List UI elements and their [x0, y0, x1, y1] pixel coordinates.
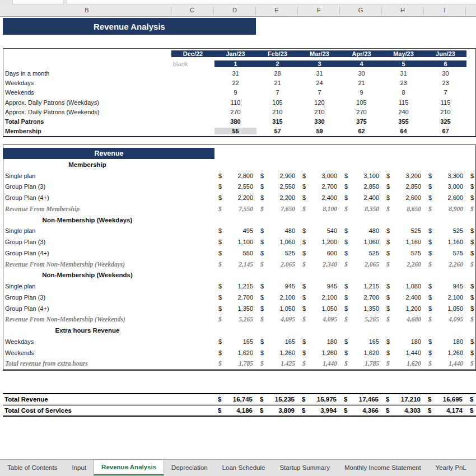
cell[interactable]: $2,550	[256, 183, 298, 190]
cell[interactable]: 110	[214, 99, 256, 106]
cell[interactable]: 380	[214, 118, 256, 125]
section-title[interactable]: Extra hours Revenue	[3, 327, 171, 334]
cell[interactable]: 9	[214, 89, 256, 96]
cell[interactable]: $1,440	[424, 360, 466, 367]
sheet-tab-revenue-analysis[interactable]: Revenue Analysis	[94, 460, 164, 475]
cell[interactable]: $165	[340, 338, 382, 345]
column-header-G[interactable]: G	[358, 7, 363, 13]
cell[interactable]: $1,440	[298, 360, 340, 367]
cell[interactable]: $2,260	[424, 261, 466, 268]
column-header-C[interactable]: C	[190, 7, 194, 13]
cell[interactable]: $2,900	[256, 172, 298, 179]
cell[interactable]: 120	[298, 99, 340, 106]
cell[interactable]: $1,200	[298, 239, 340, 245]
cell[interactable]: $1,350	[340, 305, 382, 312]
month-cell[interactable]: Jun/23	[424, 50, 466, 57]
cell[interactable]: 24	[298, 80, 340, 86]
cell[interactable]: 62	[340, 128, 382, 134]
cell[interactable]: $17,210	[382, 396, 424, 403]
cell[interactable]: $1,080	[382, 283, 424, 290]
cell[interactable]: $1,215	[340, 283, 382, 290]
row-label[interactable]: Total revenue from extra hours	[3, 360, 214, 367]
cell[interactable]: $2,100	[424, 294, 466, 301]
row-label[interactable]: Membership	[3, 128, 171, 134]
cell[interactable]: $1,425	[256, 360, 298, 367]
cell[interactable]: $7,550	[214, 206, 256, 212]
sheet-tab-yearly-pnl[interactable]: Yearly PnL	[428, 460, 474, 475]
formula-bar-input[interactable]	[67, 0, 476, 4]
cell[interactable]: $2,550	[214, 183, 256, 190]
month-cell[interactable]: Apr/23	[340, 50, 382, 57]
cell[interactable]: $1,785	[214, 360, 256, 367]
cell[interactable]: $1,785	[340, 360, 382, 367]
cell[interactable]: $2,400	[340, 194, 382, 201]
cell[interactable]: $180	[298, 338, 340, 345]
row-label[interactable]: Total Cost of Services	[3, 407, 214, 414]
cell[interactable]: 28	[256, 70, 298, 77]
cell[interactable]: $2,340	[298, 261, 340, 268]
cell[interactable]: 31	[382, 70, 424, 77]
cell[interactable]: $5,265	[340, 316, 382, 323]
cell[interactable]: $4,366	[340, 407, 382, 414]
cell[interactable]: $16,745	[214, 396, 256, 403]
cell[interactable]: $4,186	[214, 407, 256, 414]
cell[interactable]: 67	[424, 128, 466, 134]
cell[interactable]: $525	[256, 250, 298, 256]
cell[interactable]: $4,095	[256, 316, 298, 323]
cell[interactable]: $1,060	[340, 239, 382, 245]
cell[interactable]: $1,100	[214, 239, 256, 245]
blank-cell[interactable]: blank	[171, 60, 214, 67]
cell[interactable]: $1,215	[214, 283, 256, 290]
column-header-H[interactable]: H	[400, 7, 405, 13]
cell[interactable]: 240	[382, 109, 424, 115]
cell[interactable]: $2,700	[214, 294, 256, 301]
row-label[interactable]: Weekdays	[3, 80, 171, 86]
cell[interactable]: $2,065	[256, 261, 298, 268]
cell[interactable]: $3,000	[298, 172, 340, 179]
cell[interactable]: $4,095	[424, 316, 466, 323]
cell[interactable]: $2,200	[256, 194, 298, 201]
section-title[interactable]: Non-Membership (Weekdays)	[3, 217, 171, 223]
cell[interactable]: $8,350	[340, 206, 382, 212]
cell[interactable]: $2,400	[382, 294, 424, 301]
cell[interactable]: $4,680	[382, 316, 424, 323]
sheet-tab-input[interactable]: Input	[65, 460, 94, 475]
cell[interactable]: $8,100	[298, 206, 340, 212]
row-label[interactable]: Approx. Daily Patrons (Weekdays)	[3, 99, 171, 106]
cell[interactable]: 355	[382, 118, 424, 125]
cell[interactable]: $2,600	[382, 194, 424, 201]
cell[interactable]: 31	[298, 70, 340, 77]
cell[interactable]: $8,650	[382, 206, 424, 212]
name-box[interactable]	[12, 0, 64, 4]
cell[interactable]: 7	[424, 89, 466, 96]
cell[interactable]: 315	[256, 118, 298, 125]
cell[interactable]: $2,100	[298, 294, 340, 301]
column-header-E[interactable]: E	[274, 7, 278, 13]
cell[interactable]: $550	[214, 250, 256, 256]
cell[interactable]: 210	[424, 109, 466, 115]
cell[interactable]: $525	[382, 227, 424, 234]
cell[interactable]: $4,303	[382, 407, 424, 414]
cell[interactable]: $2,600	[424, 194, 466, 201]
cell[interactable]: $480	[340, 227, 382, 234]
cell[interactable]: 8	[382, 89, 424, 96]
cell[interactable]: 55	[214, 128, 256, 134]
row-label[interactable]: Approx. Daily Patrons (Weekends)	[3, 109, 171, 115]
cell[interactable]: 325	[424, 118, 466, 125]
row-label[interactable]: Single plan	[3, 227, 214, 234]
cell[interactable]: 105	[340, 99, 382, 106]
cell[interactable]: 7	[256, 89, 298, 96]
row-label[interactable]: Days in a month	[3, 70, 171, 77]
cell[interactable]: $1,620	[214, 349, 256, 356]
cell[interactable]: $180	[424, 338, 466, 345]
cell[interactable]: $165	[256, 338, 298, 345]
row-label[interactable]: Group Plan (4+)	[3, 194, 214, 201]
row-label[interactable]: Group Plan (4+)	[3, 250, 214, 256]
period-cell[interactable]: 3	[298, 60, 340, 67]
cell[interactable]: $1,620	[340, 349, 382, 356]
period-cell[interactable]: 5	[382, 60, 424, 67]
cell[interactable]: $15,975	[298, 396, 340, 403]
sheet-tab-loan-schedule[interactable]: Loan Schedule	[215, 460, 273, 475]
cell[interactable]: $17,465	[340, 396, 382, 403]
period-cell[interactable]: 2	[256, 60, 298, 67]
